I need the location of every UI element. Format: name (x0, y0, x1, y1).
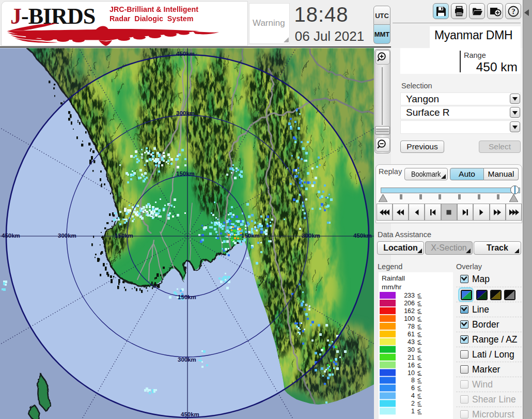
svg-text:16: 16 (408, 362, 415, 369)
svg-text:78: 78 (408, 323, 415, 330)
svg-text:≤: ≤ (417, 353, 421, 361)
svg-text:≤: ≤ (417, 299, 421, 306)
svg-text:≤: ≤ (417, 384, 421, 391)
svg-text:4: 4 (411, 392, 415, 399)
svg-text:300km: 300km (176, 110, 195, 116)
svg-text:450km: 450km (181, 411, 199, 417)
svg-text:150km: 150km (115, 232, 133, 239)
svg-text:≤: ≤ (417, 291, 421, 299)
svg-text:1: 1 (411, 408, 415, 415)
svg-text:162: 162 (404, 307, 415, 315)
svg-text:150km: 150km (176, 170, 195, 177)
svg-text:≤: ≤ (417, 376, 421, 383)
svg-text:233: 233 (404, 292, 415, 299)
svg-text:≤: ≤ (417, 399, 421, 407)
svg-text:300km: 300km (178, 356, 196, 363)
svg-text:≤: ≤ (417, 346, 421, 353)
svg-text:30: 30 (408, 346, 415, 353)
svg-text:≤: ≤ (417, 407, 421, 414)
svg-text:10: 10 (408, 369, 415, 377)
svg-text:≤: ≤ (417, 330, 421, 337)
svg-text:100: 100 (404, 315, 415, 322)
svg-text:2: 2 (411, 400, 415, 407)
svg-text:?: ? (511, 7, 515, 15)
svg-text:450km: 450km (353, 232, 372, 239)
svg-text:≤: ≤ (417, 307, 421, 314)
svg-text:Rainfall: Rainfall (382, 274, 405, 282)
svg-text:150km: 150km (178, 294, 196, 300)
svg-text:8: 8 (411, 377, 415, 384)
svg-text:≤: ≤ (417, 369, 421, 376)
svg-text:61: 61 (408, 331, 415, 338)
svg-text:≤: ≤ (417, 392, 421, 399)
svg-text:≤: ≤ (417, 322, 421, 330)
svg-text:300km: 300km (58, 232, 76, 239)
svg-text:300km: 300km (302, 232, 320, 239)
svg-text:≤: ≤ (417, 338, 421, 345)
svg-text:≤: ≤ (417, 315, 421, 322)
svg-text:150km: 150km (241, 232, 260, 239)
svg-text:mm/hr: mm/hr (382, 283, 402, 291)
svg-text:450km: 450km (2, 232, 20, 239)
svg-text:≤: ≤ (417, 361, 421, 368)
svg-text:206: 206 (404, 300, 415, 307)
svg-text:450km: 450km (176, 51, 195, 57)
svg-text:21: 21 (408, 354, 415, 361)
svg-text:6: 6 (411, 384, 415, 392)
svg-text:43: 43 (408, 338, 415, 346)
